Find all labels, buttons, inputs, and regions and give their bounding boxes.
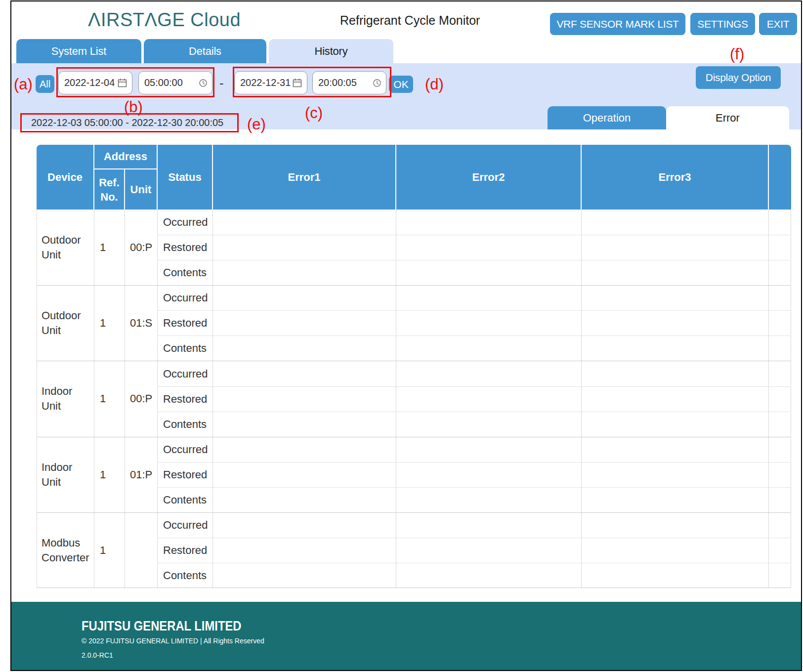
- status-occurred-label: Occurred: [163, 361, 208, 386]
- settings-button[interactable]: SETTINGS: [690, 13, 755, 35]
- subtab-operation[interactable]: Operation: [548, 106, 666, 129]
- unit-cell: 00:P: [130, 210, 152, 285]
- grid-line: [37, 588, 791, 588]
- status-restored-label: Restored: [163, 310, 207, 336]
- grid-line: [125, 210, 125, 588]
- grid-line: [212, 210, 213, 588]
- col-header-status: Status: [158, 145, 212, 210]
- col-header-unit: Unit: [125, 169, 157, 210]
- vrf-sensor-mark-list-button[interactable]: VRF SENSOR MARK LIST: [550, 13, 685, 35]
- status-occurred-label: Occurred: [163, 437, 208, 462]
- status-occurred-label: Occurred: [163, 210, 208, 235]
- ref-no-cell: 1: [100, 285, 106, 361]
- status-contents-label: Contents: [163, 487, 207, 512]
- device-cell: Indoor Unit: [42, 437, 72, 512]
- status-contents-label: Contents: [163, 336, 207, 361]
- annotation-box-b: [56, 67, 214, 97]
- status-restored-label: Restored: [163, 538, 207, 563]
- grid-line: [157, 563, 791, 563]
- unit-cell: 00:P: [130, 361, 152, 436]
- grid-line: [157, 210, 158, 588]
- col-header-blank: [769, 145, 791, 210]
- tab-system-list[interactable]: System List: [16, 39, 141, 63]
- annotation-label-b: (b): [124, 98, 143, 116]
- grid-line: [157, 260, 791, 260]
- col-header-error1: Error1: [213, 145, 395, 210]
- annotation-label-e: (e): [247, 116, 266, 133]
- device-cell: Outdoor Unit: [42, 210, 81, 285]
- ok-button[interactable]: OK: [389, 76, 413, 93]
- display-option-button[interactable]: Display Option: [696, 66, 781, 89]
- device-cell: Indoor Unit: [42, 361, 72, 436]
- history-error-table: Outdoor Unit 1 00:P Occurred Restored Co…: [37, 210, 791, 588]
- grid-line: [157, 235, 791, 235]
- grid-line: [157, 310, 791, 311]
- device-cell: Outdoor Unit: [42, 285, 81, 361]
- grid-line: [157, 538, 791, 538]
- ref-no-cell: 1: [100, 361, 106, 436]
- status-occurred-label: Occurred: [163, 285, 208, 310]
- status-occurred-label: Occurred: [163, 512, 208, 538]
- grid-line: [37, 210, 37, 588]
- status-restored-label: Restored: [163, 386, 207, 412]
- annotation-label-f: (f): [730, 45, 744, 63]
- annotation-label-c: (c): [305, 104, 323, 122]
- grid-line: [157, 336, 791, 336]
- tab-details[interactable]: Details: [144, 39, 266, 63]
- exit-button[interactable]: EXIT: [759, 13, 797, 35]
- footer: [11, 602, 801, 670]
- ref-no-cell: 1: [100, 437, 106, 512]
- grid-line: [157, 386, 791, 387]
- col-header-address: Address: [94, 145, 157, 168]
- col-header-error2: Error2: [396, 145, 581, 210]
- col-header-device: Device: [37, 145, 93, 210]
- status-contents-label: Contents: [163, 260, 207, 285]
- unit-cell: 01:S: [130, 285, 152, 361]
- grid-line: [791, 210, 791, 588]
- tab-history[interactable]: History: [269, 39, 393, 63]
- subtab-error[interactable]: Error: [666, 106, 789, 129]
- unit-cell: 01:P: [130, 437, 152, 512]
- grid-line: [157, 462, 791, 462]
- range-separator: -: [219, 76, 224, 91]
- annotation-label-d: (d): [425, 76, 444, 93]
- page-title: Refrigerant Cycle Monitor: [340, 13, 480, 28]
- grid-line: [581, 210, 582, 588]
- status-contents-label: Contents: [163, 412, 207, 437]
- annotation-label-a: (a): [14, 76, 33, 93]
- col-header-ref-no: Ref. No.: [94, 169, 124, 210]
- grid-line: [37, 512, 791, 513]
- grid-line: [94, 210, 94, 588]
- status-restored-label: Restored: [163, 235, 207, 260]
- footer-copyright: © 2022 FUJITSU GENERAL LIMITED | All Rig…: [82, 637, 264, 645]
- airstage-cloud-logo: ΛIRSTΛGE Cloud: [88, 9, 241, 31]
- annotation-box-c: [233, 67, 391, 97]
- status-restored-label: Restored: [163, 462, 207, 487]
- grid-line: [396, 210, 396, 588]
- grid-line: [157, 487, 791, 488]
- footer-company: FUJITSU GENERAL LIMITED: [82, 618, 242, 634]
- col-header-error3: Error3: [582, 145, 768, 210]
- all-button[interactable]: All: [36, 75, 54, 93]
- ref-no-cell: 1: [100, 512, 106, 588]
- ref-no-cell: 1: [100, 210, 106, 285]
- status-contents-label: Contents: [163, 563, 207, 588]
- grid-line: [157, 412, 791, 412]
- footer-version: 2.0.0-RC1: [82, 651, 113, 659]
- grid-line: [768, 210, 769, 588]
- device-cell: Modbus Converter: [42, 512, 89, 588]
